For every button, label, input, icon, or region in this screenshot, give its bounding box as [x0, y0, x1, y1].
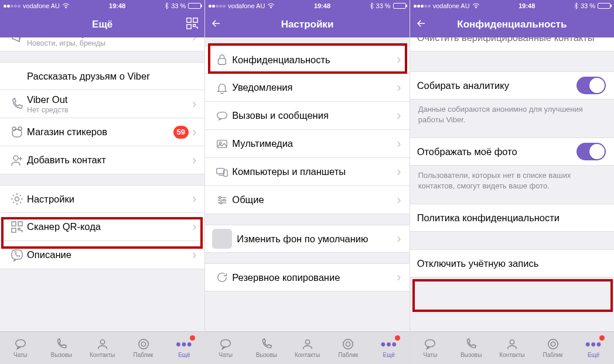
carrier-label: vodafone AU	[23, 2, 60, 9]
tab-more[interactable]: •••Ещё	[573, 332, 614, 364]
tab-calls[interactable]: Вызовы	[41, 332, 82, 364]
battery-icon	[393, 3, 406, 9]
tab-chats[interactable]: Чаты	[410, 332, 451, 364]
wifi-icon	[62, 3, 70, 9]
backup-label: Резервное копирование	[232, 272, 393, 283]
tab-bar: Чаты Вызовы Контакты Паблик •••Ещё	[205, 331, 409, 364]
tab-contacts[interactable]: Контакты	[287, 332, 328, 364]
row-computers[interactable]: Компьютеры и планшеты ›	[205, 158, 409, 186]
gear-icon	[7, 192, 27, 206]
sliders-icon	[212, 194, 232, 207]
row-public-accounts[interactable]: Паблик аккаунты Новости, игры, бренды ›	[0, 37, 204, 51]
chevron-right-icon: ›	[397, 270, 401, 285]
clear-verified-label: Очистить верифицированные контакты	[417, 37, 606, 43]
svg-rect-34	[548, 339, 558, 349]
row-privacy[interactable]: Конфиденциальность ›	[205, 46, 409, 74]
row-calls-messages[interactable]: Вызовы и сообщения ›	[205, 102, 409, 130]
media-label: Мультимедиа	[232, 138, 393, 149]
chevron-right-icon: ›	[192, 125, 196, 140]
svg-point-33	[510, 340, 514, 344]
row-change-background[interactable]: Изменить фон по умолчанию ›	[205, 225, 409, 253]
public-accounts-sub: Новости, игры, бренды	[27, 39, 189, 47]
privacy-label: Конфиденциальность	[232, 54, 393, 66]
lock-icon	[212, 53, 232, 66]
row-clear-verified[interactable]: Очистить верифицированные контакты	[410, 37, 614, 51]
tab-public[interactable]: Паблик	[123, 332, 164, 364]
row-general[interactable]: Общие ›	[205, 186, 409, 214]
add-contact-label: Добавить контакт	[27, 154, 189, 166]
status-bar: vodafone AU 19:48 33 %	[410, 0, 614, 12]
back-button[interactable]	[211, 18, 221, 32]
chevron-right-icon: ›	[192, 153, 196, 168]
tab-public[interactable]: Паблик	[533, 332, 574, 364]
tell-friends-label: Рассказать друзьям о Viber	[27, 71, 196, 82]
back-button[interactable]	[416, 18, 427, 32]
tab-calls[interactable]: Вызовы	[451, 332, 492, 364]
chevron-right-icon: ›	[397, 164, 401, 180]
svg-rect-3	[187, 24, 191, 28]
nav-header: Ещё	[0, 12, 204, 37]
bear-icon	[7, 125, 27, 139]
chevron-right-icon: ›	[192, 191, 196, 207]
row-about[interactable]: Описание ›	[0, 241, 204, 269]
tab-public[interactable]: Паблик	[328, 332, 369, 364]
tab-contacts[interactable]: Контакты	[82, 332, 123, 364]
bluetooth-icon	[165, 2, 169, 9]
tab-bar: Чаты Вызовы Контакты Паблик ••• Ещё	[0, 331, 204, 364]
privacy-policy-label: Политика конфиденциальности	[417, 212, 606, 224]
svg-point-28	[305, 340, 309, 344]
row-notifications[interactable]: Уведомления ›	[205, 74, 409, 102]
status-time: 19:48	[72, 2, 162, 9]
bell-icon	[212, 81, 232, 94]
tab-more[interactable]: •••Ещё	[369, 332, 410, 364]
notification-dot-icon	[190, 335, 195, 341]
general-label: Общие	[232, 194, 393, 205]
svg-rect-12	[12, 250, 22, 259]
battery-text: 33 %	[171, 2, 186, 9]
phone-icon	[7, 97, 27, 111]
computers-label: Компьютеры и планшеты	[232, 166, 393, 177]
wallpaper-thumb-icon	[212, 229, 232, 249]
signal-dots-icon	[209, 5, 226, 8]
svg-rect-19	[217, 112, 227, 118]
row-settings[interactable]: Настройки ›	[0, 185, 204, 213]
viber-out-label: Viber Out	[27, 94, 189, 105]
public-accounts-label: Паблик аккаунты	[27, 37, 189, 39]
refresh-icon	[212, 271, 232, 284]
row-sticker-market[interactable]: Магазин стикеров 59 ›	[0, 118, 204, 146]
row-add-contact[interactable]: Добавить контакт ›	[0, 146, 204, 174]
row-qr-scanner[interactable]: Сканер QR-кода ›	[0, 213, 204, 241]
row-deactivate[interactable]: Отключить учётную запись	[410, 249, 614, 277]
svg-rect-13	[16, 340, 26, 347]
tab-calls[interactable]: Вызовы	[246, 332, 287, 364]
row-media[interactable]: Мультимедиа ›	[205, 130, 409, 158]
page-title: Ещё	[29, 19, 175, 30]
tab-chats[interactable]: Чаты	[0, 332, 41, 364]
tab-chats[interactable]: Чаты	[205, 332, 246, 364]
row-privacy-policy[interactable]: Политика конфиденциальности	[410, 204, 614, 232]
show-photo-toggle[interactable]	[577, 143, 606, 160]
screen3-content: Очистить верифицированные контакты Собир…	[410, 37, 614, 331]
qr-icon[interactable]	[186, 17, 199, 33]
stickers-label: Магазин стикеров	[27, 126, 173, 138]
svg-point-24	[219, 196, 221, 198]
row-viber-out[interactable]: Viber Out Нет средств ›	[0, 90, 204, 118]
viber-out-sub: Нет средств	[27, 106, 189, 114]
chevron-right-icon: ›	[397, 231, 401, 246]
svg-rect-1	[187, 18, 191, 22]
bluetooth-icon	[370, 2, 374, 9]
notification-dot-icon	[395, 335, 400, 341]
row-tell-friends[interactable]: Рассказать друзьям о Viber	[0, 62, 204, 90]
row-backup[interactable]: Резервное копирование ›	[205, 263, 409, 291]
status-bar: vodafone AU 19:48 33 %	[0, 0, 204, 12]
svg-point-26	[220, 201, 223, 204]
svg-point-21	[220, 142, 222, 144]
chat-icon	[212, 109, 232, 122]
analytics-label: Собирать аналитику	[417, 80, 577, 91]
analytics-toggle[interactable]	[577, 77, 606, 94]
tab-more[interactable]: ••• Ещё	[163, 332, 204, 364]
svg-rect-27	[221, 340, 231, 347]
tab-contacts[interactable]: Контакты	[492, 332, 533, 364]
row-show-photo[interactable]: Отображать моё фото	[410, 138, 614, 166]
row-analytics[interactable]: Собирать аналитику	[410, 71, 614, 99]
